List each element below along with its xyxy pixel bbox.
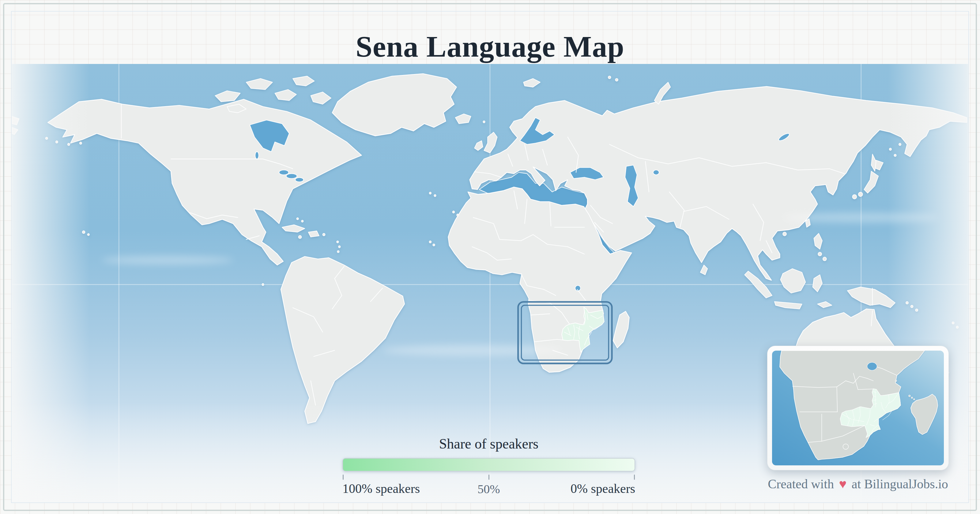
legend-ticks	[342, 473, 635, 481]
attribution-prefix: Created with	[768, 477, 834, 491]
page: Sena Language Map	[0, 0, 980, 514]
legend: Share of speakers 100% speakers 50% 0% s…	[342, 436, 635, 497]
heart-icon: ♥	[837, 477, 848, 491]
legend-label-0: 0% speakers	[571, 481, 635, 496]
legend-title: Share of speakers	[342, 436, 635, 452]
inset-map-svg	[772, 351, 944, 465]
inset-map[interactable]	[767, 346, 949, 470]
tick-100	[343, 474, 344, 480]
legend-label-100: 100% speakers	[342, 481, 420, 496]
lake-victoria	[867, 362, 877, 370]
attribution: Created with ♥ at BilingualJobs.io	[767, 477, 949, 491]
tick-0	[634, 474, 635, 480]
attribution-site-link[interactable]: at BilingualJobs.io	[852, 477, 948, 491]
page-title: Sena Language Map	[0, 29, 980, 63]
tick-50	[488, 474, 489, 480]
legend-gradient-bar	[342, 458, 635, 471]
legend-label-50: 50%	[477, 482, 500, 496]
